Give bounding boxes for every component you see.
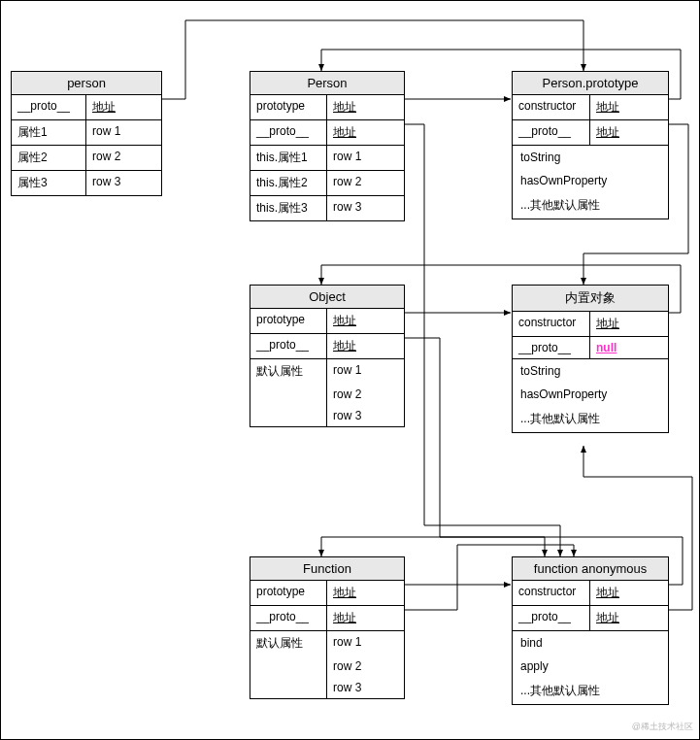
cell-addr: 地址 <box>327 120 404 145</box>
watermark: @稀土技术社区 <box>632 721 693 733</box>
cell-addr: 地址 <box>590 581 668 605</box>
cell: 默认属性 <box>250 631 327 656</box>
cell: hasOwnProperty <box>513 383 668 406</box>
cell-proto: __proto__ <box>513 606 590 630</box>
cell-proto: __proto__ <box>250 334 327 358</box>
cell-null: null <box>590 337 668 358</box>
cell-addr: 地址 <box>327 309 404 333</box>
box-title: Person <box>250 72 404 95</box>
cell: 默认属性 <box>250 359 327 384</box>
cell-constructor: constructor <box>513 95 590 119</box>
cell-proto: __proto__ <box>513 337 590 358</box>
cell: row 3 <box>327 405 404 426</box>
cell-addr: 地址 <box>590 120 668 145</box>
box-Function: Function prototype地址 __proto__地址 默认属性row… <box>250 556 405 699</box>
cell: row 2 <box>327 171 404 195</box>
cell-addr: 地址 <box>327 606 404 630</box>
cell: ...其他默认属性 <box>513 678 668 704</box>
box-Person: Person prototype地址 __proto__地址 this.属性1r… <box>250 71 405 221</box>
cell <box>250 384 327 405</box>
cell: toString <box>513 146 668 169</box>
box-title: 内置对象 <box>513 286 668 312</box>
cell <box>250 677 327 698</box>
box-title: Person.prototype <box>513 72 668 95</box>
cell-prototype: prototype <box>250 581 327 605</box>
cell: ...其他默认属性 <box>513 406 668 432</box>
cell: ...其他默认属性 <box>513 192 668 219</box>
cell: 属性3 <box>12 171 86 195</box>
cell-addr: 地址 <box>327 581 404 605</box>
cell: row 3 <box>86 171 161 195</box>
box-title: function anonymous <box>513 557 668 581</box>
cell: row 1 <box>327 631 404 656</box>
cell <box>250 405 327 426</box>
cell-addr: 地址 <box>327 95 404 119</box>
cell: 属性2 <box>12 146 86 170</box>
cell-constructor: constructor <box>513 312 590 336</box>
box-title: person <box>12 72 161 95</box>
cell <box>250 656 327 677</box>
cell-proto: __proto__ <box>250 606 327 630</box>
cell: apply <box>513 655 668 678</box>
cell: row 1 <box>86 120 161 145</box>
cell: row 1 <box>327 146 404 170</box>
box-person: person __proto__地址 属性1row 1 属性2row 2 属性3… <box>11 71 162 196</box>
cell-addr: 地址 <box>590 95 668 119</box>
box-innerObj: 内置对象 constructor地址 __proto__null toStrin… <box>512 285 669 433</box>
cell-addr: 地址 <box>590 312 668 336</box>
cell: toString <box>513 359 668 383</box>
diagram-canvas: person __proto__地址 属性1row 1 属性2row 2 属性3… <box>0 0 700 740</box>
cell-addr: 地址 <box>590 606 668 630</box>
cell-addr: 地址 <box>327 334 404 358</box>
cell-addr: 地址 <box>86 95 161 119</box>
cell: hasOwnProperty <box>513 169 668 192</box>
box-title: Object <box>250 286 404 309</box>
box-Object: Object prototype地址 __proto__地址 默认属性row 1… <box>250 285 405 427</box>
cell: this.属性3 <box>250 196 327 220</box>
cell-proto: __proto__ <box>250 120 327 145</box>
cell: row 2 <box>327 384 404 405</box>
box-funcAnon: function anonymous constructor地址 __proto… <box>512 556 669 705</box>
cell: 属性1 <box>12 120 86 145</box>
cell: row 2 <box>86 146 161 170</box>
cell-proto: __proto__ <box>513 120 590 145</box>
cell: row 3 <box>327 677 404 698</box>
cell: this.属性2 <box>250 171 327 195</box>
cell: this.属性1 <box>250 146 327 170</box>
box-title: Function <box>250 557 404 581</box>
cell-proto: __proto__ <box>12 95 86 119</box>
cell-constructor: constructor <box>513 581 590 605</box>
cell: row 2 <box>327 656 404 677</box>
cell: row 1 <box>327 359 404 384</box>
box-PersonPrototype: Person.prototype constructor地址 __proto__… <box>512 71 669 219</box>
cell: row 3 <box>327 196 404 220</box>
cell: bind <box>513 631 668 655</box>
cell-prototype: prototype <box>250 309 327 333</box>
cell-prototype: prototype <box>250 95 327 119</box>
